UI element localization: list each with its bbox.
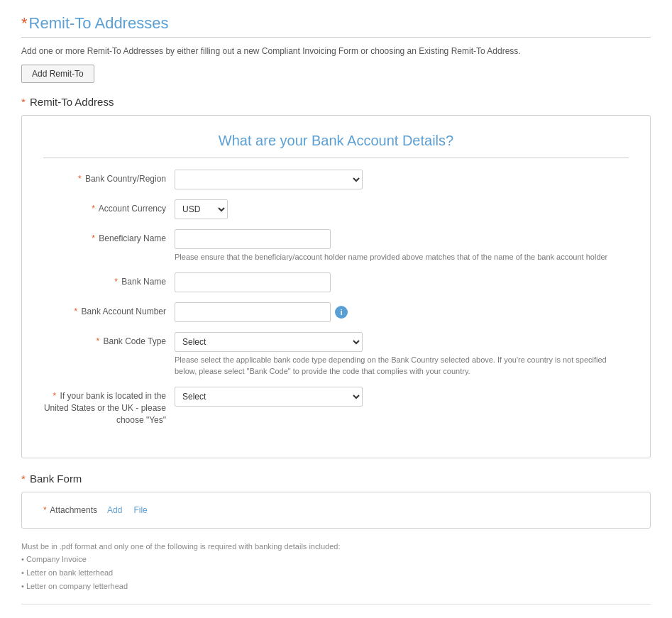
intro-text: Add one or more Remit-To Addresses by ei… — [21, 46, 651, 56]
uk-us-control: Select Yes No — [175, 387, 629, 407]
bank-code-type-select[interactable]: Select — [175, 332, 363, 352]
bank-account-number-row: * Bank Account Number i — [43, 302, 629, 322]
beneficiary-name-row: * Beneficiary Name Please ensure that th… — [43, 229, 629, 263]
account-currency-control: USD EUR GBP — [175, 199, 629, 219]
bank-name-row: * Bank Name — [43, 272, 629, 292]
page-title: *Remit-To Addresses — [21, 14, 651, 33]
remit-to-address-label: * Remit-To Address — [21, 96, 651, 108]
bank-code-hint: Please select the applicable bank code t… — [175, 355, 629, 377]
required-star-title: * — [21, 14, 28, 32]
attachments-row: * Attachments Add File — [43, 505, 629, 515]
account-currency-select[interactable]: USD EUR GBP — [175, 199, 228, 219]
bank-form-section: * Bank Form * Attachments Add File — [21, 473, 651, 529]
bank-account-number-label: * Bank Account Number — [43, 302, 175, 318]
bank-account-input-group: i — [175, 302, 629, 322]
bank-country-label: * Bank Country/Region — [43, 170, 175, 185]
add-attachment-link[interactable]: Add — [107, 505, 122, 515]
bank-country-control — [175, 170, 629, 189]
account-currency-row: * Account Currency USD EUR GBP — [43, 199, 629, 219]
bank-code-type-control: Select Please select the applicable bank… — [175, 332, 629, 377]
footer-note-main: Must be in .pdf format and only one of t… — [21, 540, 651, 553]
beneficiary-hint: Please ensure that the beneficiary/accou… — [175, 252, 629, 263]
attachments-card: * Attachments Add File — [21, 492, 651, 529]
bank-code-type-label: * Bank Code Type — [43, 332, 175, 348]
footer-item-1: Company Invoice — [21, 553, 651, 566]
bank-account-number-input[interactable] — [175, 302, 331, 322]
uk-us-label: * If your bank is located in the United … — [43, 387, 175, 426]
info-icon[interactable]: i — [335, 306, 348, 319]
bank-form-label: * Bank Form — [21, 473, 651, 485]
account-currency-label: * Account Currency — [43, 199, 175, 215]
uk-us-select[interactable]: Select Yes No — [175, 387, 363, 407]
bank-name-control — [175, 272, 629, 292]
card-heading: What are your Bank Account Details? — [43, 133, 629, 158]
footer-item-2: Letter on bank letterhead — [21, 566, 651, 580]
uk-us-row: * If your bank is located in the United … — [43, 387, 629, 426]
bottom-divider — [21, 604, 651, 605]
bank-code-type-row: * Bank Code Type Select Please select th… — [43, 332, 629, 377]
footer-notes: Must be in .pdf format and only one of t… — [21, 540, 651, 593]
title-divider — [21, 37, 651, 38]
bank-country-row: * Bank Country/Region — [43, 170, 629, 189]
required-star-remit: * — [21, 96, 26, 108]
add-remit-to-button[interactable]: Add Remit-To — [21, 65, 94, 83]
bank-account-details-card: What are your Bank Account Details? * Ba… — [21, 115, 651, 458]
bank-account-number-control: i — [175, 302, 629, 322]
footer-items-list: Company Invoice Letter on bank letterhea… — [21, 553, 651, 592]
beneficiary-name-control: Please ensure that the beneficiary/accou… — [175, 229, 629, 263]
bank-name-label: * Bank Name — [43, 272, 175, 288]
file-attachment-link[interactable]: File — [133, 505, 147, 515]
beneficiary-name-label: * Beneficiary Name — [43, 229, 175, 245]
beneficiary-name-input[interactable] — [175, 229, 331, 249]
footer-item-3: Letter on company letterhead — [21, 580, 651, 593]
bank-name-input[interactable] — [175, 272, 331, 292]
attachments-label: * Attachments — [43, 505, 97, 515]
bank-country-select[interactable] — [175, 170, 363, 189]
